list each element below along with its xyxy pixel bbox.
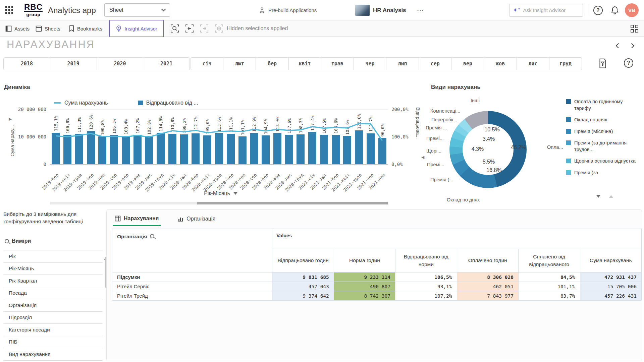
tab-narahuvannya[interactable]: Нарахування <box>113 212 161 226</box>
page-title: НАРАХУВАННЯ <box>7 39 95 51</box>
donut-legend-item[interactable]: Премія (за <box>566 170 640 176</box>
legend-label: Щорічна основна відпустка <box>574 158 636 165</box>
month-filter-жов[interactable]: жов <box>484 57 517 70</box>
month-filter-лис[interactable]: лис <box>517 57 549 70</box>
dimension-item-Підрозділ[interactable]: Підрозділ <box>3 312 103 324</box>
legend-scroll-left-arrow[interactable]: ◀ <box>421 155 424 160</box>
value-cell: 107,2% <box>395 291 457 301</box>
donut-legend-item[interactable]: Премія (за дотримання трудов... <box>566 140 640 153</box>
row-name-cell[interactable]: Рітейл Трейд <box>112 291 272 301</box>
dimension-item-Рік[interactable]: Рік <box>3 250 103 263</box>
year-filter-2021[interactable]: 2021 <box>143 57 190 70</box>
chart-scrollbar-thumb[interactable] <box>197 202 388 204</box>
value-cell: 8 306 028 <box>457 273 518 282</box>
help-icon[interactable]: ? <box>593 6 603 15</box>
dimension-item-Організація[interactable]: Організація <box>3 299 103 312</box>
org-hierarchy-icon <box>259 7 265 14</box>
search-icon[interactable] <box>5 239 9 243</box>
dimension-item-ПІБ[interactable]: ПІБ <box>3 336 103 349</box>
donut-legend-item[interactable]: Оплата по годинному тарифу <box>566 99 640 112</box>
donut-value-label: 3.4% <box>483 136 495 142</box>
selections-tool-icon[interactable] <box>598 58 607 68</box>
donut-chart-title: Види нарахувань <box>431 84 481 90</box>
pivot-tabs: Нарахування Організація <box>113 212 217 226</box>
column-header[interactable]: Відпрацьовано від норми <box>395 249 457 273</box>
app-more-menu[interactable]: ⋯ <box>417 0 424 20</box>
selections-back-icon[interactable] <box>185 24 194 33</box>
tab-label: Нарахування <box>124 216 159 222</box>
x-axis-dimension-dropdown[interactable]: Рік-Місяць <box>185 190 256 196</box>
legend-item-line[interactable]: Сума нарахувань <box>54 100 108 106</box>
tab-organizatsiya[interactable]: Організація <box>175 212 217 226</box>
column-header[interactable]: Відпрацьовано годин <box>272 249 334 273</box>
next-sheet-arrow[interactable] <box>630 43 634 49</box>
legend-label: Відпрацьовано від ... <box>146 100 198 106</box>
insight-advisor-button[interactable]: Insight Advisor <box>109 20 164 37</box>
donut-callout-label: Щорі... <box>426 148 441 154</box>
chart-horizontal-scrollbar[interactable] <box>50 202 388 204</box>
sheet-icon <box>36 25 42 32</box>
month-filter-трав[interactable]: трав <box>321 57 354 70</box>
row-name-cell[interactable]: Рітейл Сервіс <box>112 282 272 291</box>
insight-advisor-search[interactable]: ✦✦ <box>509 4 583 17</box>
app-launcher-grid-icon[interactable] <box>5 6 14 15</box>
smart-search-icon[interactable] <box>170 24 179 33</box>
year-filter-2020[interactable]: 2020 <box>97 57 144 70</box>
prebuild-applications-link[interactable]: Pre-build Applications <box>259 0 317 20</box>
donut-callout-label: Премія (... <box>430 177 453 182</box>
insight-advisor-search-input[interactable] <box>523 7 574 13</box>
sheet-overview-icon[interactable] <box>631 25 639 33</box>
month-filter-чер[interactable]: чер <box>354 57 386 70</box>
month-filter-січ[interactable]: січ <box>191 57 223 70</box>
app-thumbnail[interactable] <box>355 5 370 16</box>
month-filter-квіт[interactable]: квіт <box>288 57 321 70</box>
year-filter-2019[interactable]: 2019 <box>50 57 97 70</box>
rbc-group-logo: RBC group <box>24 3 43 17</box>
legend-scroll-down-arrow[interactable] <box>596 195 600 198</box>
month-filter-лип[interactable]: лип <box>386 57 419 70</box>
analytics-app-window: RBC group Analytics app Sheet Pre-build … <box>0 0 644 362</box>
triangle-down-icon <box>233 192 237 195</box>
logo-text-rbc: RBC <box>24 3 43 12</box>
bookmarks-button[interactable]: Bookmarks <box>69 20 102 37</box>
dimension-item-Рік-Місяць[interactable]: Рік-Місяць <box>3 263 103 275</box>
month-filter-лют[interactable]: лют <box>223 57 256 70</box>
dimension-item-Вид нарахування[interactable]: Вид нарахування <box>3 348 103 361</box>
logo-text-group: group <box>24 12 43 17</box>
assets-button[interactable]: Assets <box>5 20 30 37</box>
month-filter-сер[interactable]: сер <box>419 57 451 70</box>
value-cell: 472 931 437 <box>580 273 641 282</box>
month-filter-бер[interactable]: бер <box>256 57 288 70</box>
column-header[interactable]: Сплачено від відпрацьованого <box>518 249 580 273</box>
month-filter-вер[interactable]: вер <box>451 57 484 70</box>
legend-item-bar[interactable]: Відпрацьовано від ... <box>138 100 198 106</box>
sheet-help-icon[interactable]: ? <box>624 58 633 68</box>
sheets-button[interactable]: Sheets <box>36 20 60 37</box>
prev-sheet-arrow[interactable] <box>616 43 620 49</box>
line-series[interactable] <box>50 109 388 164</box>
column-header[interactable]: Оплачено годин <box>457 249 518 273</box>
current-app-name[interactable]: HR Analysis <box>373 0 406 20</box>
donut-legend: Оплата по годинному тарифуОклад по дняхП… <box>566 99 640 181</box>
value-cell: 83,7% <box>518 291 580 301</box>
combo-plot-area[interactable]: 115,1%2019-бер106,8%2019-квіт111,3%2019-… <box>50 109 388 164</box>
notifications-bell-icon[interactable] <box>610 6 619 16</box>
sheet-selector-dropdown[interactable]: Sheet <box>104 3 170 17</box>
row-dimension-header[interactable]: Організація <box>112 229 272 273</box>
table-search-icon[interactable] <box>150 234 154 238</box>
year-filter-2018[interactable]: 2018 <box>3 57 50 70</box>
dimension-item-Категорія посади[interactable]: Категорія посади <box>3 324 103 336</box>
month-filter-груд[interactable]: груд <box>549 57 582 70</box>
donut-legend-item[interactable]: Оклад по днях <box>566 117 640 123</box>
donut-legend-item[interactable]: Щорічна основна відпустка <box>566 158 640 165</box>
column-header[interactable]: Норма годин <box>334 249 395 273</box>
donut-legend-item[interactable]: Премія (Місячна) <box>566 128 640 135</box>
dimension-item-Рік-Квартал[interactable]: Рік-Квартал <box>3 275 103 287</box>
bar-swatch <box>138 101 143 105</box>
column-header[interactable]: Сума нарахувань <box>580 249 641 273</box>
value-cell: 490 807 <box>334 282 395 291</box>
row-name-cell[interactable]: Підсумки <box>112 273 272 282</box>
user-avatar[interactable]: VB <box>625 3 639 17</box>
dimension-item-Посада[interactable]: Посада <box>3 287 103 300</box>
left-axis-tick: 10 000 000 <box>6 134 46 139</box>
